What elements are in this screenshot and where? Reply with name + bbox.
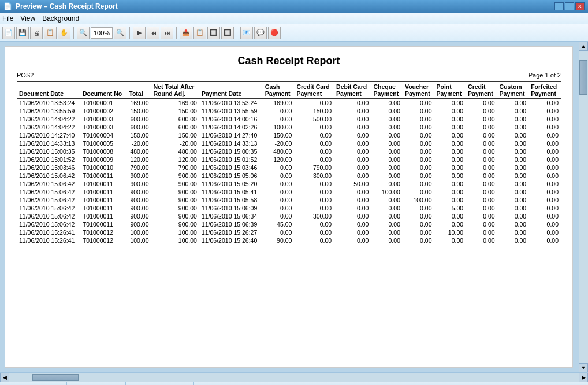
cell-8-8: 0.00 — [371, 164, 403, 172]
status-zoom: Zoom Factor: 100% — [126, 382, 194, 385]
cell-0-1: T01000001 — [80, 99, 126, 108]
cell-7-2: 120.00 — [126, 156, 151, 164]
cell-3-13: 0.00 — [529, 123, 561, 131]
cell-8-7: 0.00 — [334, 164, 371, 172]
cell-1-7: 0.00 — [334, 107, 371, 115]
scroll-left-arrow[interactable]: ◀ — [0, 373, 9, 382]
tb-zoom-in-button[interactable]: 🔍 — [77, 27, 90, 39]
separator-1 — [73, 27, 74, 39]
cell-1-12: 0.00 — [497, 107, 529, 115]
scroll-right-arrow[interactable]: ▶ — [579, 373, 588, 382]
cell-17-11: 0.00 — [466, 236, 497, 245]
tb-export-button[interactable]: 📤 — [180, 27, 192, 39]
col-cheque: ChequePayment — [371, 82, 403, 99]
cell-1-4: 11/06/2010 13:55:59 — [199, 107, 263, 115]
cell-14-5: 0.00 — [263, 212, 295, 220]
table-row: 11/06/2010 15:06:42T01000011900.00900.00… — [17, 220, 561, 228]
cell-0-9: 0.00 — [403, 99, 434, 108]
menu-view[interactable]: View — [20, 14, 35, 23]
cell-5-6: 0.00 — [294, 139, 334, 147]
cell-15-0: 11/06/2010 15:06:42 — [17, 220, 80, 228]
cell-4-1: T01000004 — [80, 131, 126, 139]
vertical-scrollbar[interactable]: ▲ ▼ — [579, 42, 588, 372]
tb-box2-button[interactable]: 🔲 — [221, 27, 234, 39]
tb-stop-button[interactable]: 🔴 — [268, 27, 281, 39]
cell-15-8: 0.00 — [371, 220, 403, 228]
title-bar: 📄 Preview – Cash Receipt Report _ □ ✕ — [0, 0, 588, 13]
tb-new-button[interactable]: 📄 — [2, 27, 15, 39]
cell-0-10: 0.00 — [434, 99, 466, 108]
close-button[interactable]: ✕ — [575, 2, 585, 10]
cell-14-12: 0.00 — [497, 212, 529, 220]
cell-8-9: 0.00 — [403, 164, 434, 172]
cell-5-0: 11/06/2010 14:33:13 — [17, 139, 80, 147]
tb-last-button[interactable]: ⏭ — [161, 27, 173, 39]
cell-5-1: T01000005 — [80, 139, 126, 147]
report-title: Cash Receipt Report — [17, 55, 561, 67]
cell-10-0: 11/06/2010 15:06:42 — [17, 180, 80, 188]
cell-7-1: T01000009 — [80, 156, 126, 164]
tb-save-button[interactable]: 💾 — [16, 27, 29, 39]
scroll-up-arrow[interactable]: ▲ — [579, 42, 588, 51]
cell-12-2: 900.00 — [126, 196, 151, 204]
table-row: 11/06/2010 14:33:13T01000005-20.00-20.00… — [17, 139, 561, 147]
cell-3-3: 600.00 — [151, 123, 199, 131]
tb-play-button[interactable]: ▶ — [133, 27, 146, 39]
cell-12-9: 100.00 — [403, 196, 434, 204]
cell-8-5: 0.00 — [263, 164, 295, 172]
tb-box1-button[interactable]: 🔲 — [207, 27, 220, 39]
cell-13-4: 11/06/2010 15:06:09 — [199, 204, 263, 212]
cell-6-12: 0.00 — [497, 147, 529, 156]
cell-7-13: 0.00 — [529, 156, 561, 164]
tb-pan-button[interactable]: ✋ — [58, 27, 70, 39]
scroll-down-arrow[interactable]: ▼ — [579, 363, 588, 372]
maximize-button[interactable]: □ — [565, 2, 574, 10]
cell-1-2: 150.00 — [126, 107, 151, 115]
table-row: 11/06/2010 15:01:52T01000009120.00120.00… — [17, 156, 561, 164]
cell-4-3: 150.00 — [151, 131, 199, 139]
cell-6-5: 480.00 — [263, 147, 295, 156]
cell-1-10: 0.00 — [434, 107, 466, 115]
tb-copy-button[interactable]: 📋 — [44, 27, 57, 39]
cell-16-0: 11/06/2010 15:26:41 — [17, 228, 80, 236]
cell-9-11: 0.00 — [466, 172, 497, 180]
cell-17-12: 0.00 — [497, 236, 529, 245]
cell-11-13: 0.00 — [529, 188, 561, 196]
menu-file[interactable]: File — [2, 14, 13, 23]
scroll-thumb[interactable] — [579, 60, 587, 95]
tb-clipboard-button[interactable]: 📋 — [193, 27, 206, 39]
cell-1-5: 0.00 — [263, 107, 295, 115]
minimize-button[interactable]: _ — [554, 2, 564, 10]
cell-11-9: 0.00 — [403, 188, 434, 196]
cell-16-9: 0.00 — [403, 228, 434, 236]
tb-zoom-out-button[interactable]: 🔍 — [114, 27, 126, 39]
cell-11-12: 0.00 — [497, 188, 529, 196]
cell-11-0: 11/06/2010 15:06:42 — [17, 188, 80, 196]
cell-8-10: 0.00 — [434, 164, 466, 172]
cell-1-11: 0.00 — [466, 107, 497, 115]
horizontal-scrollbar[interactable]: ◀ ▶ — [0, 372, 588, 382]
tb-chat-button[interactable]: 💬 — [254, 27, 267, 39]
cell-11-3: 900.00 — [151, 188, 199, 196]
cell-7-6: 0.00 — [294, 156, 334, 164]
cell-16-5: 0.00 — [263, 228, 295, 236]
zoom-input[interactable] — [91, 27, 113, 39]
status-current-page: Current Page No: 1 — [0, 382, 67, 385]
tb-print-button[interactable]: 🖨 — [30, 27, 43, 39]
cell-7-7: 0.00 — [334, 156, 371, 164]
menu-background[interactable]: Background — [42, 14, 79, 23]
cell-6-1: T01000008 — [80, 147, 126, 156]
cell-2-7: 0.00 — [334, 115, 371, 123]
cell-13-9: 0.00 — [403, 204, 434, 212]
table-row: 11/06/2010 15:00:35T01000008480.00480.00… — [17, 147, 561, 156]
table-row: 11/06/2010 15:06:42T01000011900.00900.00… — [17, 212, 561, 220]
scroll-h-thumb[interactable] — [32, 374, 79, 381]
tb-first-button[interactable]: ⏮ — [147, 27, 159, 39]
cell-4-2: 150.00 — [126, 131, 151, 139]
cell-7-9: 0.00 — [403, 156, 434, 164]
tb-email-button[interactable]: 📧 — [240, 27, 253, 39]
cell-10-8: 0.00 — [371, 180, 403, 188]
cell-11-8: 100.00 — [371, 188, 403, 196]
cell-17-2: 100.00 — [126, 236, 151, 245]
cell-14-1: T01000011 — [80, 212, 126, 220]
